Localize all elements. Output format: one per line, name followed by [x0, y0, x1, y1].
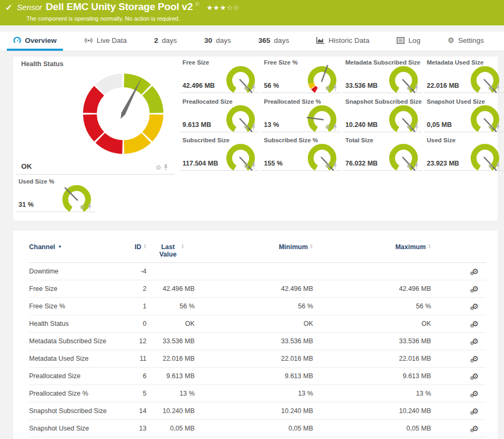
channel-minimum: 13 % — [195, 390, 313, 397]
channel-last-value: 10.240 MB — [146, 407, 195, 415]
pin-icon[interactable] — [496, 124, 500, 131]
table-row: Preallocated Size %513 %13 %13 %⚙⚙ — [29, 385, 486, 403]
gear-icon[interactable]: ⚙ — [488, 124, 493, 130]
log-icon — [397, 37, 405, 44]
gauge-tile-value: 31 % — [19, 201, 34, 208]
pin-icon[interactable] — [251, 85, 256, 92]
favorite-stars[interactable]: ★★★☆☆ — [206, 4, 240, 12]
tab-log[interactable]: Log — [390, 32, 427, 51]
channel-settings-icon[interactable]: ⚙⚙ — [472, 372, 479, 380]
priority-flag-icon[interactable]: ⚐ — [195, 1, 200, 8]
gear-icon[interactable]: ⚙ — [79, 204, 85, 211]
gear-icon[interactable]: ⚙ — [406, 85, 412, 92]
tile-actions: ⚙ — [406, 162, 419, 169]
pin-icon[interactable] — [163, 164, 168, 171]
gear-icon[interactable]: ⚙ — [406, 163, 412, 169]
pin-icon[interactable] — [251, 124, 256, 131]
table-row: Metadata Subscribed Size1233.536 MB33.53… — [29, 333, 486, 350]
channel-id: 11 — [124, 355, 146, 362]
gauge-tile-label: Subscribed Size — [182, 137, 230, 143]
table-row: Free Size %156 %56 %56 %⚙⚙ — [29, 298, 486, 315]
tab-2-days[interactable]: 2days — [148, 32, 184, 51]
channel-settings-icon[interactable]: ⚙⚙ — [472, 337, 479, 345]
channel-minimum: 42.496 MB — [195, 285, 313, 292]
channel-name: Health Status — [29, 320, 124, 327]
tile-actions: ⚙ — [155, 164, 168, 171]
tab-settings[interactable]: ⚙Settings — [442, 32, 490, 51]
col-header-last-value[interactable]: Last Value▲▼ — [146, 241, 195, 258]
gear-icon[interactable]: ⚙ — [155, 164, 161, 171]
tab-label: Settings — [458, 36, 484, 44]
col-header-maximum[interactable]: Maximum▲▼ — [313, 241, 431, 251]
channel-settings-icon[interactable]: ⚙⚙ — [472, 407, 479, 415]
channel-last-value: OK — [146, 320, 195, 327]
gauge-tile-label: Health Status — [21, 60, 63, 68]
channel-maximum: 0,05 MB — [313, 425, 431, 432]
pin-icon[interactable] — [496, 85, 500, 92]
col-header-id[interactable]: ID▲▼ — [124, 241, 146, 251]
sort-icon: ▲▼ — [310, 244, 313, 249]
tab-label: days — [162, 36, 177, 44]
pin-icon[interactable] — [414, 124, 419, 131]
table-row: Health Status0OKOKOK⚙⚙ — [29, 315, 486, 333]
tab-number: 2 — [154, 36, 159, 44]
status-message: The component is operating normally. No … — [26, 15, 180, 22]
channel-id: 5 — [124, 390, 146, 397]
gear-icon[interactable]: ⚙ — [325, 163, 331, 169]
gear-icon[interactable]: ⚙ — [325, 124, 331, 130]
channel-maximum: 42.496 MB — [313, 285, 431, 292]
tile-actions: ⚙ — [79, 204, 92, 211]
gauge-tile-label: Total Size — [345, 137, 373, 143]
gear-icon[interactable]: ⚙ — [406, 124, 412, 130]
pin-icon[interactable] — [87, 204, 92, 211]
channel-name: Preallocated Size % — [29, 390, 124, 397]
gauge-tile-value: 10.240 MB — [345, 121, 378, 129]
channel-settings-icon[interactable]: ⚙⚙ — [472, 285, 479, 292]
gauge-tile-label: Free Size — [182, 59, 209, 66]
gear-icon[interactable]: ⚙ — [488, 85, 493, 92]
sort-icon: ▲▼ — [181, 244, 185, 249]
tab-30-days[interactable]: 30days — [198, 32, 237, 51]
pin-icon[interactable] — [333, 124, 337, 131]
tile-actions: ⚙ — [325, 162, 337, 169]
channel-settings-icon[interactable]: ⚙⚙ — [472, 303, 479, 310]
gear-icon[interactable]: ⚙ — [243, 163, 249, 169]
gauge-tile: Total Size76.032 MB⚙ — [343, 134, 422, 171]
pin-icon[interactable] — [414, 85, 419, 92]
channel-settings-icon[interactable]: ⚙⚙ — [472, 390, 479, 397]
channel-id: 12 — [124, 337, 146, 345]
channel-id: 0 — [124, 320, 146, 327]
gauge-tile: Preallocated Size9.613 MB⚙ — [180, 96, 259, 132]
channel-settings-icon[interactable]: ⚙⚙ — [472, 268, 479, 275]
stars-filled[interactable]: ★★★ — [206, 4, 226, 12]
tab-overview[interactable]: Overview — [7, 32, 63, 51]
tab-365-days[interactable]: 365days — [252, 32, 296, 51]
sensor-banner: ✓ Sensor Dell EMC Unity Storage Pool v2 … — [0, 0, 504, 25]
pin-icon[interactable] — [414, 162, 419, 169]
gear-icon[interactable]: ⚙ — [488, 163, 493, 169]
col-header-minimum[interactable]: Minimum▲▼ — [195, 241, 313, 251]
channel-settings-icon[interactable]: ⚙⚙ — [472, 320, 479, 327]
channel-maximum: OK — [313, 320, 431, 327]
gear-icon[interactable]: ⚙ — [243, 85, 249, 92]
pin-icon[interactable] — [333, 85, 337, 92]
health-gauge-dial — [76, 66, 171, 161]
channel-settings-icon[interactable]: ⚙⚙ — [472, 425, 479, 432]
gear-icon[interactable]: ⚙ — [325, 85, 331, 92]
gauge-tile-value: 13 % — [264, 121, 279, 129]
tab-historic-data[interactable]: Historic Data — [310, 32, 375, 51]
pin-icon[interactable] — [251, 162, 256, 169]
channel-settings-icon[interactable]: ⚙⚙ — [472, 355, 479, 362]
historic-data-icon — [316, 36, 325, 44]
pin-icon[interactable] — [496, 162, 500, 169]
channel-last-value: 9.613 MB — [146, 372, 195, 380]
status-check-icon: ✓ — [5, 3, 12, 13]
stars-empty[interactable]: ☆☆ — [226, 4, 240, 12]
tab-live-data[interactable]: Live Data — [78, 32, 133, 51]
gauge-tile-value: 42.496 MB — [182, 82, 215, 89]
tab-number: 30 — [204, 36, 212, 44]
gear-icon[interactable]: ⚙ — [243, 124, 249, 130]
channel-maximum: 10.240 MB — [313, 407, 431, 415]
col-header-channel[interactable]: Channel▼ — [29, 241, 124, 251]
pin-icon[interactable] — [333, 162, 337, 169]
